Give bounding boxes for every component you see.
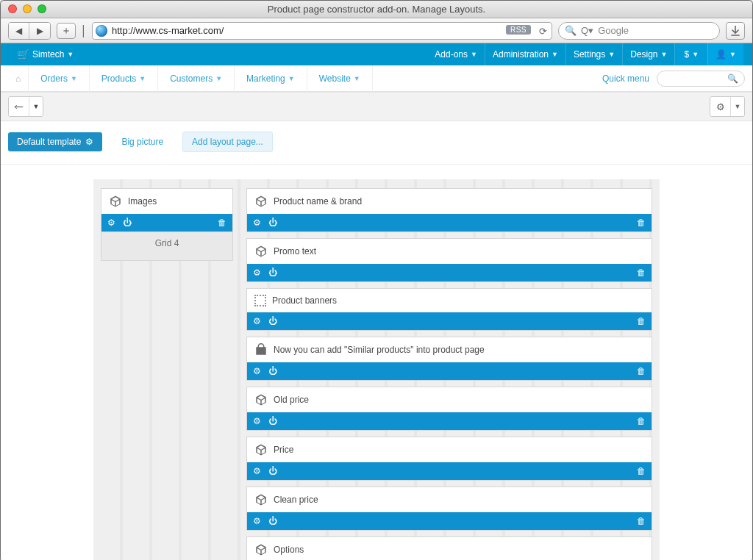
block-power-icon[interactable]: ⏻: [268, 516, 277, 526]
block-power-icon[interactable]: ⏻: [268, 218, 277, 228]
traffic-lights: [8, 4, 46, 13]
block-delete-icon[interactable]: 🗑: [637, 366, 646, 376]
page-settings-button[interactable]: ⚙: [710, 97, 731, 116]
browser-window: Product page constructor add-on. Manage …: [0, 0, 753, 560]
block-toolbar: ⚙ ⏻ 🗑: [101, 214, 232, 231]
topbar-item-settings[interactable]: Settings▼: [565, 43, 622, 65]
topbar-item-addons[interactable]: Add-ons▼: [427, 43, 485, 65]
address-bar[interactable]: http://www.cs-market.com/ RSS ⟳: [92, 22, 552, 40]
forward-button[interactable]: ▶: [29, 23, 50, 39]
window-titlebar: Product page constructor add-on. Manage …: [1, 1, 752, 18]
bag-icon: [254, 343, 268, 356]
block-title: Images: [128, 196, 157, 207]
block-power-icon[interactable]: ⏻: [268, 466, 277, 476]
block-delete-icon[interactable]: 🗑: [637, 466, 646, 476]
menu-customers[interactable]: Customers▼: [158, 65, 235, 92]
layout-canvas: Images ⚙ ⏻ 🗑 Grid 4 Product na: [93, 179, 660, 560]
layout-left-column: Images ⚙ ⏻ 🗑 Grid 4: [101, 188, 233, 560]
topbar-currency[interactable]: $▼: [674, 43, 707, 65]
topbar-item-administration[interactable]: Administration▼: [485, 43, 565, 65]
layout-canvas-wrapper: Images ⚙ ⏻ 🗑 Grid 4 Product na: [1, 165, 752, 560]
grid-slot[interactable]: Grid 4: [101, 232, 233, 261]
menu-orders[interactable]: Orders▼: [29, 65, 90, 92]
minimize-window-button[interactable]: [23, 4, 32, 13]
topbar-item-design[interactable]: Design▼: [622, 43, 674, 65]
block-delete-icon[interactable]: 🗑: [637, 316, 646, 326]
toolbar-divider: │: [82, 23, 86, 39]
block-promo-text[interactable]: Promo text ⚙⏻🗑: [246, 238, 652, 282]
block-similar-products-note[interactable]: Now you can add "Similar products" into …: [246, 337, 652, 381]
page-action-row: 🡐 ▼ ⚙ ▼: [1, 92, 752, 121]
block-title: Now you can add "Similar products" into …: [274, 345, 485, 355]
quick-menu-link[interactable]: Quick menu: [602, 73, 657, 84]
close-window-button[interactable]: [8, 4, 17, 13]
gear-button-group: ⚙ ▼: [710, 96, 745, 117]
block-gear-icon[interactable]: ⚙: [253, 516, 261, 526]
block-delete-icon[interactable]: 🗑: [218, 218, 226, 228]
menu-website[interactable]: Website▼: [307, 65, 373, 92]
tab-default-template[interactable]: Default template ⚙: [8, 132, 102, 151]
back-button[interactable]: ◀: [9, 23, 29, 39]
block-title: Price: [274, 445, 293, 455]
block-power-icon[interactable]: ⏻: [123, 218, 132, 228]
admin-mainmenu: ⌂ Orders▼ Products▼ Customers▼ Marketing…: [1, 65, 752, 92]
brand-menu[interactable]: 🛒 Simtech ▼: [10, 43, 81, 65]
window-title: Product page constructor add-on. Manage …: [268, 4, 485, 15]
add-layout-page-button[interactable]: Add layout page...: [182, 132, 273, 152]
reload-icon[interactable]: ⟳: [539, 26, 547, 37]
block-gear-icon[interactable]: ⚙: [107, 218, 115, 228]
block-gear-icon[interactable]: ⚙: [253, 218, 261, 228]
page-back-button[interactable]: 🡐: [9, 97, 29, 116]
browser-search-field[interactable]: 🔍 Q▾ Google: [558, 22, 720, 40]
add-bookmark-button[interactable]: ＋: [57, 23, 76, 39]
block-title: Old price: [274, 395, 309, 405]
cart-icon: 🛒: [17, 49, 29, 60]
block-gear-icon[interactable]: ⚙: [253, 316, 261, 326]
block-gear-icon[interactable]: ⚙: [253, 416, 261, 426]
block-title: Product banners: [272, 295, 337, 306]
zoom-window-button[interactable]: [38, 4, 46, 13]
block-product-name-brand[interactable]: Product name & brand ⚙⏻🗑: [246, 188, 652, 232]
block-power-icon[interactable]: ⏻: [268, 316, 277, 326]
block-title: Product name & brand: [274, 196, 362, 207]
block-gear-icon[interactable]: ⚙: [253, 466, 261, 476]
menu-products[interactable]: Products▼: [90, 65, 158, 92]
block-images[interactable]: Images ⚙ ⏻ 🗑: [101, 188, 233, 232]
admin-search-field[interactable]: 🔍: [657, 71, 745, 87]
caret-down-icon: ▼: [67, 51, 74, 58]
block-delete-icon[interactable]: 🗑: [637, 218, 646, 228]
menu-marketing[interactable]: Marketing▼: [235, 65, 307, 92]
tab-big-picture[interactable]: Big picture: [113, 132, 172, 151]
cube-icon: [109, 195, 122, 208]
back-button-group: 🡐 ▼: [8, 96, 43, 117]
block-gear-icon[interactable]: ⚙: [253, 366, 261, 376]
rss-badge[interactable]: RSS: [506, 25, 531, 35]
page-back-dropdown[interactable]: ▼: [29, 97, 43, 116]
block-old-price[interactable]: Old price ⚙⏻🗑: [246, 387, 652, 431]
home-button[interactable]: ⌂: [8, 65, 29, 92]
block-delete-icon[interactable]: 🗑: [637, 416, 646, 426]
cube-icon: [254, 443, 268, 456]
downloads-button[interactable]: [726, 22, 745, 40]
block-title: Options: [274, 545, 304, 555]
block-title: Clean price: [274, 495, 318, 505]
block-product-banners[interactable]: Product banners ⚙⏻🗑: [246, 288, 652, 331]
block-options[interactable]: Options: [246, 536, 652, 560]
site-favicon-icon: [96, 25, 107, 37]
block-price[interactable]: Price ⚙⏻🗑: [246, 437, 652, 481]
block-power-icon[interactable]: ⏻: [268, 268, 277, 278]
gear-icon: ⚙: [85, 137, 93, 147]
block-gear-icon[interactable]: ⚙: [253, 268, 261, 278]
block-power-icon[interactable]: ⏻: [268, 366, 277, 376]
cube-icon: [254, 543, 268, 556]
cube-icon: [254, 195, 268, 208]
block-clean-price[interactable]: Clean price ⚙⏻🗑: [246, 487, 652, 531]
url-text: http://www.cs-market.com/: [112, 25, 224, 36]
cube-icon: [254, 393, 268, 406]
topbar-user-menu[interactable]: 👤▼: [707, 43, 743, 65]
block-delete-icon[interactable]: 🗑: [637, 268, 646, 278]
search-icon: 🔍: [565, 25, 577, 36]
block-power-icon[interactable]: ⏻: [268, 416, 277, 426]
page-settings-dropdown[interactable]: ▼: [731, 97, 744, 116]
block-delete-icon[interactable]: 🗑: [637, 516, 646, 526]
